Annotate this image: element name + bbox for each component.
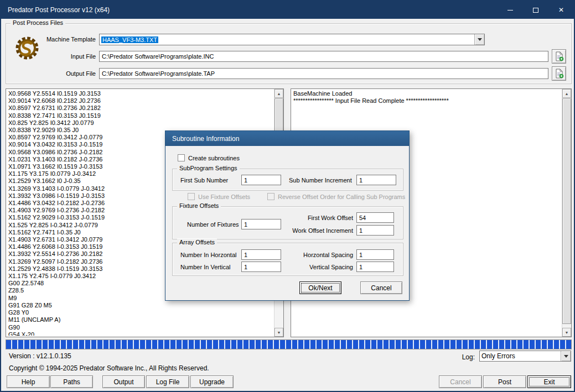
number-in-vertical-field[interactable]: 1: [241, 262, 281, 272]
array-offsets-group-label: Array Offsets: [177, 239, 217, 245]
log-level-dropdown-button[interactable]: [561, 351, 571, 361]
work-offset-increment-label: Work Offset Increment: [286, 227, 353, 234]
work-offset-increment-field[interactable]: 1: [356, 225, 394, 236]
close-icon: ✕: [558, 6, 564, 14]
sub-number-increment-label: Sub Number Increment: [289, 177, 352, 184]
file-add-icon: [554, 51, 564, 61]
code-line: ***************** Input File Read Comple…: [293, 97, 560, 104]
ok-next-button[interactable]: Ok/Next: [299, 281, 341, 294]
output-file-browse-button[interactable]: [552, 66, 566, 81]
code-line: G28 Y0: [8, 309, 272, 316]
output-file-field[interactable]: C:\Predator Software\Programs\plate.TAP: [99, 68, 548, 79]
progress-bar: [6, 339, 572, 349]
log-file-button[interactable]: Log File: [146, 375, 189, 388]
version-text: Version : v12.1.0.135: [9, 352, 71, 360]
dialog-title-bar[interactable]: Subroutine Information: [165, 131, 409, 146]
fixture-offsets-group: Fixture Offsets Number of Fixtures 1 Fir…: [172, 206, 403, 239]
checkbox-box-icon: [188, 193, 195, 200]
number-in-vertical-label: Number In Vertical: [180, 264, 230, 270]
cancel-button[interactable]: Cancel: [439, 375, 482, 388]
code-line: X0.9568 Y2.5514 I0.1519 J0.3153: [8, 90, 272, 97]
file-add-icon: [554, 69, 564, 79]
horzontal-spacing-label: Horzontal Spacing: [286, 252, 353, 258]
exit-button[interactable]: Exit: [527, 375, 571, 388]
app-window: Predator Post Processor v12 (x64) ✕ Post…: [0, 0, 575, 392]
dialog-cancel-button[interactable]: Cancel: [360, 281, 402, 294]
post-process-files-group: Post Process Files Machine Template HAAS…: [6, 23, 572, 84]
vertical-spacing-field[interactable]: 1: [356, 262, 394, 272]
arrow-down-icon: ▼: [277, 331, 281, 334]
subprogram-settings-group-label: SubProgram Settings: [177, 165, 240, 171]
code-line: X0.825 Y2.825 I0.3412 J0.0779: [8, 119, 272, 127]
first-work-offset-label: First Work Offset: [286, 215, 353, 221]
scrollbar-thumb[interactable]: [562, 98, 571, 324]
array-offsets-group: Array Offsets Number In Horzontal 1 Horz…: [172, 243, 403, 276]
checkbox-box-icon: [267, 193, 274, 200]
code-line: BaseMachine Loaded: [293, 90, 560, 97]
create-subroutines-label: Create subroutines: [188, 155, 240, 161]
input-file-label: Input File: [6, 53, 96, 60]
post-button[interactable]: Post: [483, 375, 526, 388]
title-bar: Predator Post Processor v12 (x64) ✕: [1, 1, 574, 19]
code-line: G90: [8, 324, 272, 331]
use-fixture-offsets-checkbox[interactable]: Use Fixture Offsets: [188, 193, 250, 200]
first-sub-number-label: First Sub Number: [180, 177, 228, 184]
subprogram-settings-group: SubProgram Settings First Sub Number 1 S…: [172, 169, 403, 191]
log-level-value: Only Errors: [481, 352, 561, 360]
machine-template-value: HAAS_VF3-M3.TXT: [101, 36, 474, 43]
minimize-button[interactable]: [498, 1, 523, 19]
log-label: Log:: [447, 353, 475, 361]
output-button[interactable]: Output: [102, 375, 145, 388]
subroutine-information-dialog: Subroutine Information Create subroutine…: [165, 130, 410, 301]
dialog-title: Subroutine Information: [172, 135, 239, 143]
log-scrollbar[interactable]: ▲ ▼: [562, 89, 571, 337]
post-process-files-group-label: Post Process Files: [11, 19, 65, 26]
arrow-up-icon: ▲: [277, 92, 281, 96]
maximize-button[interactable]: [523, 1, 548, 19]
window-controls: ✕: [498, 1, 574, 19]
reverse-offset-order-label: Reverse Offset Order for Calling Sub Pro…: [278, 194, 405, 200]
reverse-offset-order-checkbox[interactable]: Reverse Offset Order for Calling Sub Pro…: [267, 193, 405, 200]
number-of-fixtures-label: Number of Fixtures: [187, 221, 239, 228]
minimize-icon: [507, 10, 513, 11]
input-file-browse-button[interactable]: [552, 49, 566, 64]
scroll-up-button[interactable]: ▲: [274, 89, 283, 98]
help-button[interactable]: Help: [7, 375, 50, 388]
scroll-down-button[interactable]: ▼: [562, 328, 571, 337]
code-line: X0.9014 Y2.6068 I0.2182 J0.2736: [8, 97, 272, 104]
machine-template-label: Machine Template: [6, 36, 96, 43]
machine-template-dropdown-button[interactable]: [474, 34, 484, 45]
maximize-icon: [533, 8, 538, 13]
number-in-horzontal-field[interactable]: 1: [241, 249, 281, 260]
use-fixture-offsets-label: Use Fixture Offsets: [198, 194, 250, 200]
number-of-fixtures-field[interactable]: 1: [241, 219, 281, 229]
vertical-spacing-label: Vertical Spacing: [286, 264, 353, 270]
code-line: M11 (UNCLAMP A): [8, 316, 272, 323]
number-in-horzontal-label: Number In Horzontal: [180, 252, 237, 258]
input-file-field[interactable]: C:\Predator Software\Programs\plate.INC: [99, 51, 548, 62]
scroll-down-button[interactable]: ▼: [274, 328, 283, 337]
code-line: G54 X-20.: [8, 331, 272, 336]
close-button[interactable]: ✕: [548, 1, 574, 19]
upgrade-button[interactable]: Upgrade: [190, 375, 234, 388]
arrow-up-icon: ▲: [565, 92, 569, 96]
horzontal-spacing-field[interactable]: 1: [356, 249, 394, 260]
paths-button[interactable]: Paths: [50, 375, 93, 388]
scroll-up-button[interactable]: ▲: [562, 89, 571, 98]
chevron-down-icon: [478, 38, 482, 43]
code-line: X0.8338 Y2.7471 I0.3153 J0.1519: [8, 112, 272, 119]
chevron-down-icon: [564, 355, 568, 360]
copyright-text: Copyright © 1994-2025 Predator Software …: [9, 364, 209, 372]
sub-number-increment-field[interactable]: 1: [356, 175, 396, 185]
first-work-offset-field[interactable]: 54: [356, 212, 394, 223]
log-level-combo[interactable]: Only Errors: [479, 351, 571, 362]
create-subroutines-checkbox[interactable]: Create subroutines: [178, 154, 240, 161]
output-file-label: Output File: [6, 70, 96, 77]
window-title: Predator Post Processor v12 (x64): [1, 6, 498, 14]
first-sub-number-field[interactable]: 1: [241, 175, 281, 185]
machine-template-combo[interactable]: HAAS_VF3-M3.TXT: [99, 34, 485, 45]
checkbox-box-icon: [178, 154, 185, 161]
fixture-offsets-group-label: Fixture Offsets: [177, 202, 221, 209]
code-line: X0.8597 Y2.6731 I0.2736 J0.2182: [8, 104, 272, 112]
arrow-down-icon: ▼: [565, 331, 569, 334]
